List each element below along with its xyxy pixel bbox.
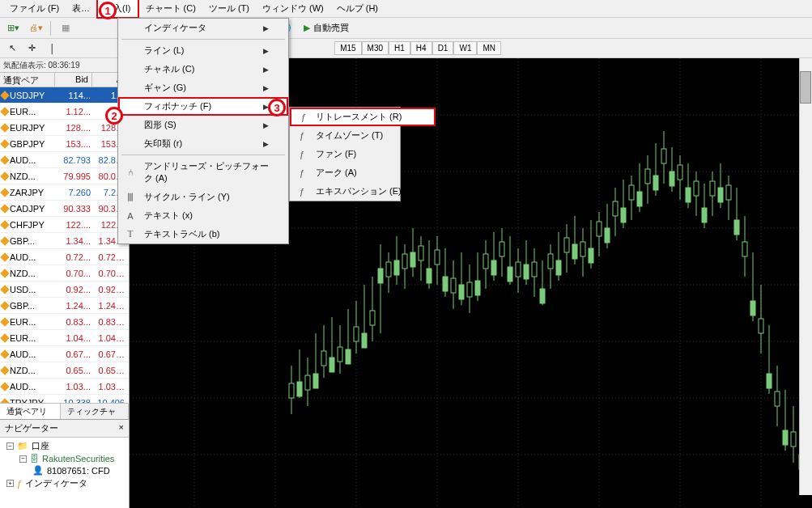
market-watch-row[interactable]: AUD...1.03...1.03… [0, 379, 129, 395]
submenu-arrow-icon: ▶ [263, 66, 269, 74]
svg-rect-18 [297, 382, 302, 396]
tf-m30[interactable]: M30 [362, 41, 389, 55]
market-watch-row[interactable]: EUR...0.83...0.83… [0, 314, 129, 330]
svg-rect-88 [580, 242, 585, 256]
ask-value: 0.65… [92, 366, 126, 375]
menu-item[interactable]: 𝕋テキストラベル (b) [118, 225, 288, 243]
submenu-item[interactable]: ƒエキスパンション (E) [290, 182, 436, 201]
col-symbol[interactable]: 通貨ペア [0, 73, 55, 87]
submenu-item[interactable]: ƒリトレースメント (R) [290, 108, 436, 126]
timeframe-bar: M15 M30 H1 H4 D1 W1 MN [334, 41, 809, 55]
menu-item[interactable]: 矢印類 (r)▶ [118, 134, 288, 153]
menu-chart[interactable]: チャート (C) [139, 0, 202, 17]
tf-h1[interactable]: H1 [389, 41, 410, 55]
market-watch-row[interactable]: GBPJPY153....153… [0, 136, 129, 152]
menu-item[interactable]: フィボナッチ (F)▶ [118, 97, 288, 116]
menu-window[interactable]: ウィンドウ (W) [256, 0, 330, 17]
menu-item[interactable]: チャネル (C)▶ [118, 60, 288, 78]
menu-label: 矢印類 (r) [144, 138, 182, 150]
svg-rect-48 [419, 246, 423, 260]
menu-item[interactable]: ライン (L)▶ [118, 41, 288, 60]
menu-item[interactable]: ⑃アンドリューズ・ピッチフォーク (A) [118, 157, 288, 188]
svg-rect-66 [491, 260, 496, 275]
symbol-label: EUR... [10, 107, 36, 116]
menu-item[interactable]: Aテキスト (x) [118, 206, 288, 225]
market-watch-row[interactable]: GBP...1.34...1.34… [0, 233, 129, 249]
collapse-icon[interactable]: − [19, 455, 27, 463]
menu-file[interactable]: ファイル (F) [3, 0, 66, 17]
menu-tools[interactable]: ツール (T) [202, 0, 256, 17]
person-icon: 👤 [32, 465, 44, 476]
collapse-icon[interactable]: − [6, 442, 14, 450]
svg-rect-100 [629, 185, 634, 200]
folder-icon: 📁 [17, 441, 28, 451]
market-watch-row[interactable]: CHFJPY122....122… [0, 217, 129, 233]
market-watch-row[interactable]: TRYJPY10.33810.406 [0, 395, 129, 403]
tree-indicators[interactable]: +ƒインディケータ [3, 476, 125, 490]
submenu-label: エキスパンション (E) [316, 185, 402, 197]
tree-account-num[interactable]: 👤81087651: CFD [3, 464, 125, 476]
ask-value: 0.83… [92, 317, 126, 327]
submenu-item[interactable]: ƒアーク (A) [290, 163, 436, 182]
menu-separator [121, 155, 285, 155]
tab-pair-list[interactable]: 通貨ペアリスト [0, 404, 61, 419]
fibo-icon: ƒ [296, 112, 311, 122]
market-watch-row[interactable]: GBP...1.24...1.24… [0, 298, 129, 314]
tf-d1[interactable]: D1 [432, 41, 454, 55]
vline-tool[interactable]: │ [44, 40, 62, 57]
tree-account[interactable]: −📁口座 [3, 439, 125, 453]
menu-item[interactable]: インディケータ▶ [118, 19, 288, 37]
tree-rakuten[interactable]: −🗄RakutenSecurities [3, 453, 125, 464]
auto-trade-label: 自動売買 [313, 22, 349, 34]
crosshair-tool[interactable]: ✛ [23, 40, 40, 57]
auto-trade-button[interactable]: ▶ 自動売買 [299, 20, 354, 36]
plus-icon: ⊞▾ [7, 23, 19, 33]
svg-rect-140 [791, 432, 796, 447]
col-bid[interactable]: Bid [55, 73, 92, 87]
badge-3: 3 [268, 99, 286, 116]
submenu-label: ファン (F) [316, 148, 356, 160]
market-watch-row[interactable]: USDJPY114...1… [0, 87, 129, 104]
tf-w1[interactable]: W1 [453, 41, 477, 55]
scrollbar-thumb[interactable] [800, 71, 811, 104]
expand-icon[interactable]: + [6, 480, 14, 487]
crosshair-icon: ✛ [28, 43, 36, 53]
submenu-item[interactable]: ƒファン (F) [290, 145, 436, 163]
submenu-arrow-icon: ▶ [263, 140, 269, 148]
tab-tick-chart[interactable]: ティックチャート [61, 404, 129, 419]
market-watch-row[interactable]: ZARJPY7.2607.2… [0, 184, 129, 201]
tf-mn[interactable]: MN [477, 41, 501, 55]
menu-view[interactable]: 表… [66, 0, 96, 17]
svg-rect-50 [427, 269, 432, 283]
close-icon[interactable]: × [119, 422, 124, 434]
submenu-item[interactable]: ƒタイムゾーン (T) [290, 126, 436, 145]
tf-m15[interactable]: M15 [334, 41, 361, 55]
market-watch-row[interactable]: CADJPY90.33390.3… [0, 201, 129, 217]
menu-item[interactable]: 𝍫サイクル・ライン (Y) [118, 188, 288, 206]
market-watch-row[interactable]: AUD...0.72...0.72… [0, 249, 129, 265]
market-watch-row[interactable]: NZD...0.70...0.70… [0, 265, 129, 282]
market-watch-row[interactable]: AUD...0.67...0.67… [0, 346, 129, 362]
market-watch-row[interactable]: USD...0.92...0.92… [0, 282, 129, 298]
ask-value: 1.03… [92, 382, 126, 392]
market-watch-row[interactable]: NZD...79.99580.0… [0, 168, 129, 184]
new-chart-button[interactable]: ⊞▾ [3, 20, 23, 36]
cursor-tool[interactable]: ↖ [3, 40, 21, 57]
navigator-tree: −📁口座 −🗄RakutenSecurities 👤81087651: CFD … [0, 438, 129, 492]
profiles-button[interactable]: 🖨▾ [26, 20, 45, 36]
svg-rect-32 [354, 327, 359, 341]
chart-scrollbar[interactable] [799, 58, 812, 495]
market-watch-toggle[interactable]: ▦ [56, 20, 75, 36]
market-watch-row[interactable]: NZD...0.65...0.65… [0, 362, 129, 379]
menu-help[interactable]: ヘルプ (H) [330, 0, 385, 17]
bid-value: 1.12... [55, 107, 92, 116]
svg-rect-112 [678, 165, 682, 180]
tf-h4[interactable]: H4 [410, 41, 432, 55]
market-watch-row[interactable]: EUR...1.04...1.04… [0, 330, 129, 346]
folder-icon: 🖨▾ [29, 23, 43, 33]
menu-item[interactable]: ギャン (G)▶ [118, 78, 288, 97]
svg-rect-138 [783, 430, 788, 445]
menu-item[interactable]: 図形 (S)▶ [118, 116, 288, 134]
market-watch-row[interactable]: AUD...82.79382.8… [0, 152, 129, 168]
svg-rect-126 [734, 220, 739, 235]
